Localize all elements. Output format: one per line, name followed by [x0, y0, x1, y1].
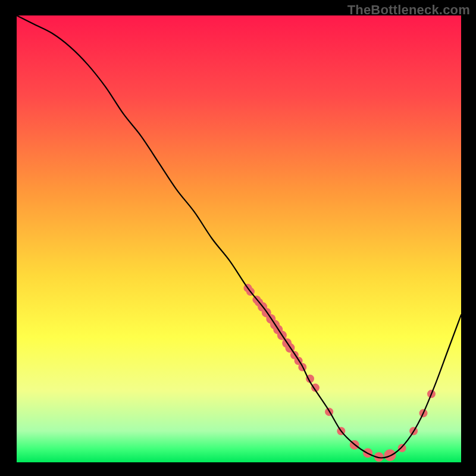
watermark-text: TheBottleneck.com — [347, 2, 470, 18]
data-point — [398, 444, 406, 452]
chart-svg — [17, 15, 461, 462]
gradient-background — [17, 15, 461, 462]
chart-stage: TheBottleneck.com — [0, 0, 476, 476]
